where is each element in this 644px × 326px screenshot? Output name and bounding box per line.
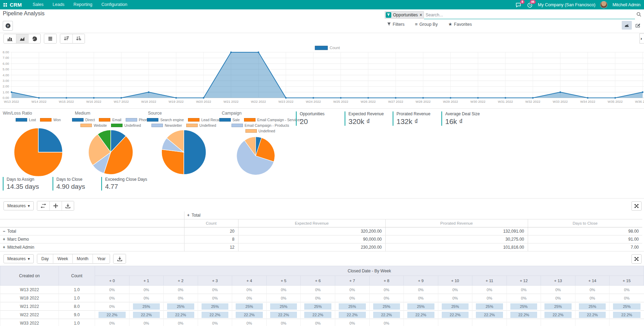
- sort-descending-button[interactable]: [60, 34, 72, 43]
- cohort-row-label: W21 2022: [0, 302, 59, 311]
- svg-text:4.00: 4.00: [3, 73, 9, 77]
- cohort-download-button[interactable]: [113, 254, 126, 263]
- legend-swatch: [16, 118, 27, 122]
- legend-item[interactable]: Direct: [72, 118, 95, 122]
- pivot-cell: 7.00: [528, 243, 642, 251]
- bar-chart-button[interactable]: [4, 34, 16, 43]
- legend-item[interactable]: Undefined: [111, 123, 141, 127]
- panel-collapse-button[interactable]: ›: [639, 33, 644, 44]
- facet-remove-icon[interactable]: ×: [419, 13, 422, 17]
- favorites-button[interactable]: ★ Favorites: [448, 22, 472, 27]
- legend-item[interactable]: Lead Recall: [188, 118, 220, 122]
- legend-item[interactable]: Newsletter: [151, 123, 182, 127]
- stacked-toggle-button[interactable]: [44, 34, 56, 43]
- group-by-icon: ≡: [415, 22, 418, 27]
- pivot-row-label[interactable]: +Mitchell Admin: [0, 243, 184, 251]
- medium-pie-chart[interactable]: [87, 129, 134, 176]
- kpi-label: Expected Revenue: [348, 111, 390, 116]
- download-xlsx-button[interactable]: [62, 201, 74, 210]
- nav-menu-reporting[interactable]: Reporting: [69, 0, 97, 9]
- interval-year-button[interactable]: Year: [93, 254, 110, 263]
- campaign-legend: SaleEmail Campaign - ServicesEmail Campa…: [223, 118, 298, 133]
- activities-icon[interactable]: 46: [527, 2, 533, 8]
- cohort-measures-button[interactable]: Measures ▾: [3, 254, 34, 263]
- interval-day-button[interactable]: Day: [37, 254, 53, 263]
- kpi-opportunities: Opportunities 20: [296, 111, 341, 126]
- kpi-expected-revenue: Expected Revenue 320k ₫: [345, 111, 390, 126]
- source-pie-chart[interactable]: [160, 129, 207, 176]
- legend-item[interactable]: Lost: [16, 118, 36, 122]
- pivot-measures-button[interactable]: Measures ▾: [3, 201, 34, 210]
- apps-menu-icon[interactable]: [3, 3, 7, 7]
- user-avatar[interactable]: [600, 1, 607, 8]
- nav-menu-sales[interactable]: Sales: [28, 0, 48, 9]
- search-bar: Opportunities ×: [385, 11, 642, 19]
- cohort-offset-header: + 8: [369, 276, 404, 286]
- count-area-chart[interactable]: 0.001.002.003.004.005.006.007.008.00W13 …: [0, 43, 644, 106]
- cohort-cell: [404, 319, 438, 326]
- pivot-col-group-total[interactable]: +Total: [184, 211, 642, 219]
- legend-item[interactable]: Search engine: [147, 118, 184, 122]
- cohort-cell: 0%: [369, 286, 404, 294]
- search-input[interactable]: [424, 11, 635, 19]
- pivot-fullscreen-button[interactable]: [631, 201, 642, 211]
- interval-week-button[interactable]: Week: [53, 254, 72, 263]
- legend-item[interactable]: Won: [40, 118, 61, 122]
- messages-icon[interactable]: 8: [516, 2, 522, 8]
- nav-menu-configuration[interactable]: Configuration: [97, 0, 132, 9]
- legend-swatch: [231, 124, 243, 127]
- filter-icon: [386, 12, 391, 18]
- pie-chart-button[interactable]: [28, 34, 40, 43]
- expand-all-button[interactable]: [49, 201, 62, 210]
- cohort-cell: 25%: [232, 302, 267, 311]
- kpi-value: 320k ₫: [348, 117, 390, 126]
- search-icon[interactable]: [636, 12, 642, 18]
- search-facet-opportunities[interactable]: Opportunities ×: [385, 11, 424, 19]
- pivot-col-prorated-revenue[interactable]: Prorated Revenue: [385, 219, 528, 227]
- dashboard-view-button[interactable]: [622, 21, 632, 30]
- pivot-cell: 12: [184, 243, 238, 251]
- legend-label: Website: [94, 123, 107, 127]
- pivot-cell: 20: [184, 227, 238, 235]
- cohort-fullscreen-button[interactable]: [631, 254, 642, 264]
- edit-view-button[interactable]: [633, 21, 643, 30]
- filters-button[interactable]: Filters: [387, 22, 405, 27]
- help-button[interactable]: ?: [3, 21, 13, 31]
- pivot-cell: 132,091.00: [385, 227, 528, 235]
- legend-item[interactable]: Sale: [219, 118, 240, 122]
- legend-item[interactable]: Undefined: [245, 129, 275, 133]
- pivot-row-label[interactable]: +Marc Demo: [0, 235, 184, 243]
- line-chart-button[interactable]: [16, 34, 28, 43]
- stat-value: 14.35 days: [7, 183, 45, 191]
- interval-month-button[interactable]: Month: [72, 254, 93, 263]
- flip-axis-button[interactable]: [37, 201, 49, 210]
- cohort-cell: 0%: [541, 294, 575, 302]
- pivot-row-label[interactable]: −Total: [0, 227, 184, 235]
- funnel-icon: [387, 22, 391, 26]
- legend-item[interactable]: Email Campaign - Services: [244, 118, 301, 122]
- svg-text:W25 2022: W25 2022: [333, 100, 348, 103]
- legend-item[interactable]: Email Campaign - Products: [231, 123, 289, 127]
- legend-item[interactable]: Undefined: [186, 123, 216, 127]
- legend-item[interactable]: Email: [99, 118, 121, 122]
- sort-ascending-button[interactable]: [72, 34, 85, 43]
- star-icon: ★: [448, 22, 452, 27]
- pivot-col-expected-revenue[interactable]: Expected Revenue: [238, 219, 385, 227]
- pivot-col-days-to-close[interactable]: Days to Close: [528, 219, 642, 227]
- cohort-offset-header: + 4: [232, 276, 267, 286]
- legend-item[interactable]: Phone: [126, 118, 149, 122]
- winloss-pie-chart[interactable]: [13, 127, 64, 178]
- pivot-col-count[interactable]: Count: [184, 219, 238, 227]
- cohort-row-label: W18 2022: [0, 294, 59, 302]
- nav-menu-leads[interactable]: Leads: [48, 0, 69, 9]
- company-switcher[interactable]: My Company (San Francisco): [538, 2, 595, 7]
- app-name[interactable]: CRM: [10, 2, 22, 8]
- campaign-pie-chart[interactable]: [236, 136, 276, 176]
- cohort-cell: 25%: [575, 302, 610, 311]
- user-menu[interactable]: Mitchell Admin: [612, 2, 641, 7]
- group-by-button[interactable]: ≡ Group By: [415, 22, 438, 27]
- pivot-row-total: −Total 20 320,200.00 132,091.00 98.00: [0, 227, 642, 235]
- cohort-cell: [541, 319, 575, 326]
- legend-item[interactable]: Website: [80, 123, 107, 127]
- cohort-col-created-on: Created on: [0, 266, 59, 286]
